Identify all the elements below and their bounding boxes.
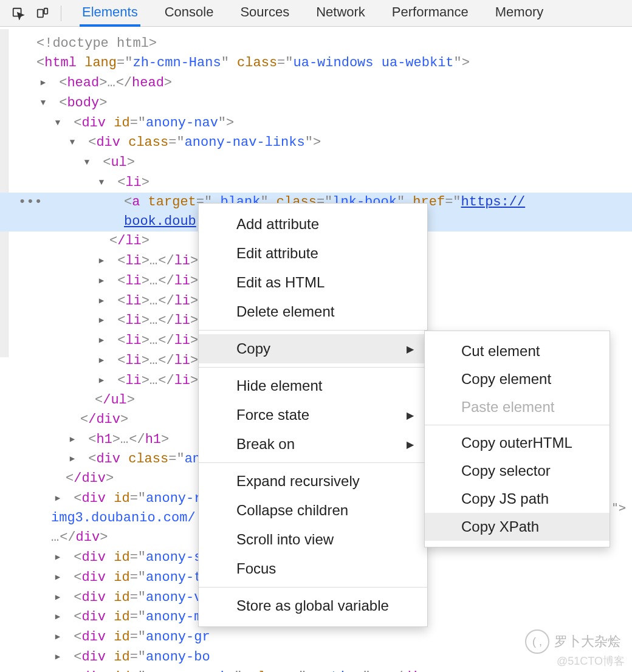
tree-div-anony-music[interactable]: ▶ <div id="anony-music" class="section">… [22,667,632,672]
submenu-arrow-icon: ▶ [407,410,414,421]
sub-separator [425,425,610,425]
collapse-toggle-icon[interactable]: ▼ [67,132,78,152]
copy-submenu: Cut element Copy element Paste element C… [424,331,610,547]
scroll-right-indicator: "> [611,500,626,515]
expand-toggle-icon[interactable]: ▶ [96,351,107,370]
tab-elements[interactable]: Elements [80,1,140,27]
ctx-store-global[interactable]: Store as global variable [199,591,427,620]
ctx-break-on[interactable]: Break on ▶ [199,430,427,459]
devtools-toolbar: Elements Console Sources Network Perform… [0,0,632,27]
expand-toggle-icon[interactable]: ▶ [52,547,63,567]
a-href-part2[interactable]: book.doub [124,214,196,229]
expand-toggle-icon[interactable]: ▶ [52,627,63,646]
expand-toggle-icon[interactable]: ▶ [67,449,78,468]
watermark-logo: ( , 罗卜大杂烩 [525,629,621,654]
submenu-arrow-icon: ▶ [407,343,414,355]
tree-div-anony-nav-links[interactable]: ▼ <div class="anony-nav-links"> [22,132,632,153]
ctx-force-state[interactable]: Force state ▶ [199,400,427,430]
expand-toggle-icon[interactable]: ▶ [52,567,63,587]
watermark-main-text: 罗卜大杂烩 [554,633,621,651]
inspect-element-icon[interactable] [7,2,29,24]
tree-div-anony-nav[interactable]: ▼ <div id="anony-nav"> [22,113,632,133]
ctx-hide-element[interactable]: Hide element [199,371,427,400]
ctx-separator [199,330,427,331]
ctx-expand-recursively[interactable]: Expand recursively [199,467,427,496]
ctx-focus[interactable]: Focus [199,554,427,583]
html-lang-value: zh-cmn-Hans [132,55,221,70]
expand-toggle-icon[interactable]: ▶ [96,331,107,350]
img-host-text: img3.doubanio.com/ [51,510,196,526]
selection-indicator-icon: ••• [18,193,43,212]
expand-toggle-icon[interactable]: ▶ [52,588,63,607]
tree-doctype[interactable]: <!doctype html> [22,34,632,53]
expand-toggle-icon[interactable]: ▶ [96,271,107,290]
tree-head[interactable]: ▶ <head>…</head> [22,73,632,93]
expand-toggle-icon[interactable]: ▶ [96,310,107,330]
tab-sources[interactable]: Sources [238,1,292,27]
context-menu: Add attribute Edit attribute Edit as HTM… [198,203,428,627]
anony-nav-links-class: anony-nav-links [185,135,305,150]
html-class-value: ua-windows ua-webkit [294,55,454,70]
doctype-text: <!doctype html> [36,36,157,51]
ctx-collapse-children[interactable]: Collapse children [199,496,427,525]
sub-copy-selector[interactable]: Copy selector [425,457,610,485]
expand-toggle-icon[interactable]: ▶ [96,371,107,390]
sub-copy-outerhtml[interactable]: Copy outerHTML [425,429,610,457]
expand-toggle-icon[interactable]: ▶ [96,251,107,270]
ctx-separator [199,462,427,463]
a-href-part1[interactable]: https:// [461,194,526,210]
collapse-toggle-icon[interactable]: ▼ [52,113,63,132]
tab-network[interactable]: Network [314,1,368,27]
watermark-bubble-icon: ( , [525,629,549,654]
tree-html-open[interactable]: <html lang="zh-cmn-Hans" class="ua-windo… [22,53,632,73]
sub-paste-element: Paste element [425,393,610,421]
submenu-arrow-icon: ▶ [407,439,414,450]
expand-toggle-icon[interactable]: ▶ [52,489,63,508]
ctx-edit-attribute[interactable]: Edit attribute [199,239,427,268]
svg-rect-1 [38,9,43,17]
tab-memory[interactable]: Memory [493,1,546,27]
collapse-toggle-icon[interactable]: ▼ [38,93,49,112]
ctx-edit-as-html[interactable]: Edit as HTML [199,268,427,297]
devtools-tabs: Elements Console Sources Network Perform… [80,0,546,26]
ctx-separator [199,367,427,368]
sub-copy-xpath[interactable]: Copy XPath [425,513,610,541]
tree-body-open[interactable]: ▼ <body> [22,93,632,113]
toolbar-divider [61,5,61,21]
watermark-sub: @51CTO博客 [557,654,625,668]
ctx-add-attribute[interactable]: Add attribute [199,210,427,239]
ctx-separator [199,587,427,588]
body-tag: body [67,95,99,111]
expand-toggle-icon[interactable]: ▶ [52,647,63,667]
ctx-scroll-into-view[interactable]: Scroll into view [199,525,427,554]
sub-copy-js-path[interactable]: Copy JS path [425,485,610,513]
expand-toggle-icon[interactable]: ▶ [52,667,63,672]
svg-rect-2 [44,8,48,13]
collapse-toggle-icon[interactable]: ▼ [81,153,92,172]
ctx-delete-element[interactable]: Delete element [199,297,427,326]
sub-copy-element[interactable]: Copy element [425,365,610,393]
tab-console[interactable]: Console [162,1,216,27]
expand-toggle-icon[interactable]: ▶ [67,430,78,449]
tab-performance[interactable]: Performance [390,1,471,27]
expand-toggle-icon[interactable]: ▶ [52,607,63,626]
ctx-copy[interactable]: Copy ▶ [199,334,427,363]
tree-ul-open[interactable]: ▼ <ul> [22,153,632,173]
tree-li-open[interactable]: ▼ <li> [22,173,632,193]
anony-nav-id: anony-nav [146,115,218,130]
expand-toggle-icon[interactable]: ▶ [38,73,49,92]
head-tag: head [67,75,99,91]
expand-toggle-icon[interactable]: ▶ [96,291,107,310]
device-toggle-icon[interactable] [32,2,53,24]
sub-cut-element[interactable]: Cut element [425,337,610,365]
collapse-toggle-icon[interactable]: ▼ [96,173,107,192]
